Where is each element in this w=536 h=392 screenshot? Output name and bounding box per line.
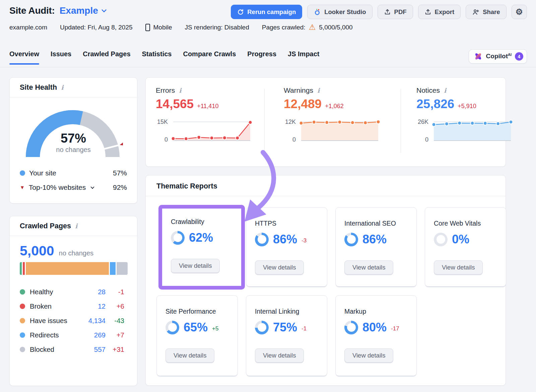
score-delta: -17 xyxy=(391,325,399,332)
info-icon[interactable]: i xyxy=(444,87,446,94)
axis-min-label: 0 xyxy=(425,136,428,143)
bar-segment-redirects[interactable] xyxy=(110,262,115,275)
score-delta: -1 xyxy=(302,325,307,332)
tab-overview[interactable]: Overview xyxy=(9,50,39,64)
info-icon[interactable]: i xyxy=(317,87,320,94)
tab-crawled-pages[interactable]: Crawled Pages xyxy=(83,50,130,64)
thematic-card-title: Crawlability xyxy=(171,218,204,226)
orange-dot-icon xyxy=(20,318,25,323)
site-health-change: no changes xyxy=(10,146,137,154)
thematic-card-https: HTTPS 86% -3 View details xyxy=(246,207,327,287)
legend-label: Blocked xyxy=(30,345,54,354)
blue-dot-icon xyxy=(20,332,25,338)
axis-min-label: 0 xyxy=(164,136,168,143)
crawled-pages-stacked-bar[interactable] xyxy=(20,262,128,275)
score-ring xyxy=(434,233,448,246)
stat-delta: +11,410 xyxy=(197,103,218,110)
copilot-icon xyxy=(474,52,483,61)
info-icon[interactable]: i xyxy=(75,222,77,230)
legend-row-benchmark: ▼ Top-10% websites 92% xyxy=(20,180,127,194)
info-icon[interactable]: i xyxy=(179,87,181,94)
stat-value[interactable]: 25,826 xyxy=(416,97,454,111)
project-name[interactable]: Example xyxy=(60,5,98,16)
tab-statistics[interactable]: Statistics xyxy=(142,50,172,64)
red-dot-icon xyxy=(20,304,25,309)
stat-title: Notices xyxy=(416,86,440,94)
view-details-button[interactable]: View details xyxy=(344,260,393,275)
copilot-button[interactable]: CopilotAI 4 xyxy=(469,49,527,64)
copilot-badge: 4 xyxy=(515,52,523,61)
stat-value[interactable]: 14,565 xyxy=(156,97,194,111)
legend-row-redirects: Redirects 269 +7 xyxy=(20,328,124,342)
stat-delta: +5,910 xyxy=(458,103,476,110)
score-value: 86% xyxy=(362,232,387,246)
settings-button[interactable]: ⚙ xyxy=(512,5,527,19)
view-details-button[interactable]: View details xyxy=(165,348,214,363)
chevron-down-icon[interactable] xyxy=(91,185,94,188)
notices-stat: Noticesi 25,826 +5,910 26K0 xyxy=(416,78,517,166)
stat-value[interactable]: 12,489 xyxy=(284,97,322,111)
legend-row-healthy: Healthy 28 -1 xyxy=(20,285,124,299)
stat-title: Warnings xyxy=(284,86,313,94)
view-details-button[interactable]: View details xyxy=(171,259,220,273)
legend-value-link[interactable]: 4,134 xyxy=(79,317,106,325)
js-rendering-status: JS rendering: Disabled xyxy=(185,24,249,31)
thematic-card-title: HTTPS xyxy=(255,220,276,227)
refresh-icon xyxy=(237,9,244,15)
gear-icon: ⚙ xyxy=(516,8,523,16)
pdf-button[interactable]: PDF xyxy=(378,5,413,19)
tab-issues[interactable]: Issues xyxy=(51,50,71,64)
warning-icon[interactable]: ⚠ xyxy=(309,23,316,31)
info-icon[interactable]: i xyxy=(61,84,63,91)
score-value: 0% xyxy=(452,232,469,246)
green-dot-icon xyxy=(20,289,25,295)
score-ring xyxy=(344,233,358,246)
blue-dot-icon xyxy=(20,170,25,176)
crawled-pages-change: no changes xyxy=(59,249,93,257)
crawled-pages-total[interactable]: 5,000 xyxy=(20,243,54,259)
score-value: 75% xyxy=(273,320,297,334)
legend-label: Top-10% websites xyxy=(29,183,86,191)
thematic-card-site-performance: Site Performance 65% +5 View details xyxy=(156,295,238,376)
stat-title: Errors xyxy=(156,86,175,94)
site-audit-page: Site Audit: Example Rerun campaign Looke… xyxy=(0,0,536,392)
thematic-card-title: Site Performance xyxy=(165,308,216,315)
project-selector[interactable]: Example xyxy=(60,5,106,16)
project-domain: example.com xyxy=(9,24,47,31)
view-details-button[interactable]: View details xyxy=(344,348,393,363)
thematic-card-markup: Markup 80% -17 View details xyxy=(335,295,417,376)
tab-compare-crawls[interactable]: Compare Crawls xyxy=(183,50,236,64)
legend-value-link[interactable]: 28 xyxy=(79,288,106,296)
legend-delta: -43 xyxy=(106,317,124,325)
bar-segment-blocked[interactable] xyxy=(117,262,128,275)
tab-progress[interactable]: Progress xyxy=(247,50,276,64)
share-button[interactable]: Share xyxy=(466,5,506,19)
bar-segment-have-issues[interactable] xyxy=(26,262,109,275)
last-updated: Updated: Fri, Aug 8, 2025 xyxy=(60,24,133,31)
thematic-reports-panel: Thematic Reports Crawlability 62% View d… xyxy=(145,175,506,386)
tabs-divider xyxy=(0,67,536,67)
legend-value-link[interactable]: 12 xyxy=(79,302,106,310)
axis-max-label: 26K xyxy=(418,119,428,126)
axis-max-label: 15K xyxy=(157,119,168,126)
looker-studio-button[interactable]: Looker Studio xyxy=(307,5,372,19)
legend-value-link[interactable]: 557 xyxy=(79,345,106,354)
tab-js-impact[interactable]: JS Impact xyxy=(288,50,319,64)
crawled-pages-title: Crawled Pages xyxy=(20,222,71,230)
divider xyxy=(401,89,401,153)
legend-label: Healthy xyxy=(30,288,53,296)
legend-value: 92% xyxy=(113,183,127,191)
upload-icon xyxy=(424,8,431,15)
legend-value-link[interactable]: 269 xyxy=(79,331,106,339)
view-details-button[interactable]: View details xyxy=(434,260,483,275)
rerun-campaign-button[interactable]: Rerun campaign xyxy=(231,5,302,19)
issues-summary-panel: Errorsi 14,565 +11,410 15K0 Warningsi 12… xyxy=(145,77,506,167)
bar-segment-healthy[interactable] xyxy=(20,262,22,275)
red-triangle-icon: ▼ xyxy=(20,184,25,190)
view-details-button[interactable]: View details xyxy=(255,348,304,363)
bar-segment-broken[interactable] xyxy=(23,262,25,275)
thematic-card-title: Markup xyxy=(344,308,366,315)
crawled-pages-panel: Crawled Pages i 5,000 no changes Healthy… xyxy=(9,216,137,386)
export-button[interactable]: Export xyxy=(418,5,461,19)
view-details-button[interactable]: View details xyxy=(255,260,304,275)
